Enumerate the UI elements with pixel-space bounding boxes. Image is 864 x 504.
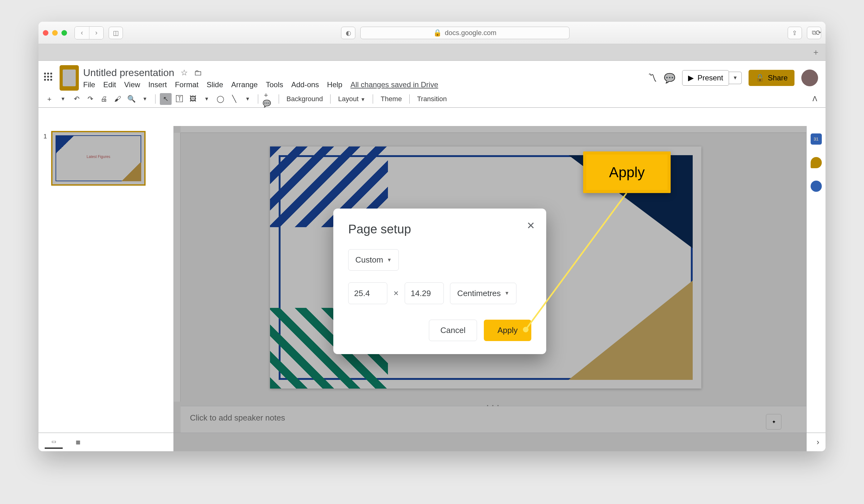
notes-resize-handle[interactable]: • • • [487, 403, 500, 408]
sidebar-toggle-icon[interactable]: ◫ [109, 27, 123, 39]
ruler-vertical [174, 133, 181, 401]
zoom-dropdown[interactable]: ▼ [139, 93, 151, 105]
undo-button[interactable]: ↶ [71, 93, 83, 105]
present-button[interactable]: ▶ Present [682, 70, 729, 86]
menu-addons[interactable]: Add-ons [291, 80, 319, 89]
google-apps-icon[interactable] [43, 71, 53, 82]
textbox-tool[interactable]: 🅃 [173, 93, 185, 105]
transition-button[interactable]: Transition [414, 95, 450, 103]
callout-highlight: Apply [583, 152, 671, 193]
app-header: Untitled presentation ☆ 🗀 File Edit View… [38, 61, 826, 91]
page-setup-dialog: Page setup ✕ Custom ▼ × Centimetres ▼ Ca… [333, 208, 546, 354]
traffic-lights [43, 30, 67, 36]
filmstrip-view-icon[interactable]: ▭ [45, 436, 63, 449]
new-tab-button[interactable]: + [811, 47, 821, 58]
background-button[interactable]: Background [283, 95, 326, 103]
print-button[interactable]: 🖨 [98, 93, 110, 105]
apply-button[interactable]: Apply [484, 320, 531, 341]
thumbnail-row: 1 Latest Figures [44, 131, 169, 185]
image-dropdown[interactable]: ▼ [201, 93, 213, 105]
menu-tools[interactable]: Tools [266, 80, 283, 89]
image-tool[interactable]: 🖼 [187, 93, 199, 105]
line-tool[interactable]: ╲ [228, 93, 240, 105]
slides-logo-icon[interactable] [60, 65, 79, 91]
drive-status[interactable]: All changes saved in Drive [350, 80, 438, 89]
menu-arrange[interactable]: Arrange [231, 80, 257, 89]
minimize-window-icon[interactable] [52, 30, 58, 36]
zoom-button[interactable]: 🔍 [125, 93, 137, 105]
back-button[interactable]: ‹ [75, 27, 89, 39]
share-page-icon[interactable]: ⇪ [788, 27, 802, 39]
present-icon: ▶ [688, 74, 694, 82]
close-icon[interactable]: ✕ [527, 220, 535, 231]
share-label: Share [768, 74, 788, 82]
menu-edit[interactable]: Edit [103, 80, 116, 89]
present-dropdown[interactable]: ▼ [729, 72, 742, 84]
speaker-notes[interactable]: • • • Click to add speaker notes [181, 406, 806, 433]
address-bar[interactable]: 🔒 docs.google.com ⟳ [360, 27, 569, 39]
dialog-actions: Cancel Apply [348, 320, 531, 341]
dimension-separator: × [394, 288, 398, 298]
redo-button[interactable]: ↷ [84, 93, 96, 105]
slide-thumbnails: 1 Latest Figures [38, 126, 174, 451]
keep-icon[interactable] [811, 157, 822, 168]
tab-strip: + [38, 44, 826, 61]
ruler-horizontal [181, 126, 806, 133]
move-folder-icon[interactable]: 🗀 [194, 68, 202, 77]
url-text: docs.google.com [445, 29, 496, 37]
forward-button[interactable]: › [89, 27, 103, 39]
close-window-icon[interactable] [43, 30, 48, 36]
nav-buttons: ‹ › [74, 26, 104, 39]
thumbnail-title: Latest Figures [56, 155, 141, 159]
document-title[interactable]: Untitled presentation [83, 67, 175, 79]
tasks-icon[interactable] [811, 181, 822, 192]
account-avatar[interactable] [801, 70, 818, 86]
line-dropdown[interactable]: ▼ [242, 93, 254, 105]
menu-bar: File Edit View Insert Format Slide Arran… [83, 80, 438, 89]
activity-icon[interactable]: 〽 [648, 73, 657, 83]
chevron-down-icon: ▼ [505, 290, 509, 296]
menu-help[interactable]: Help [327, 80, 342, 89]
toolbar: ＋ ▼ ↶ ↷ 🖨 🖌 🔍 ▼ ↖ 🅃 🖼 ▼ ◯ ╲ ▼ ＋💬 Backgr [38, 91, 826, 108]
menu-format[interactable]: Format [175, 80, 199, 89]
new-slide-button[interactable]: ＋ [44, 93, 55, 105]
star-icon[interactable]: ☆ [181, 68, 188, 77]
new-slide-dropdown[interactable]: ▼ [57, 93, 69, 105]
chevron-down-icon: ▼ [387, 257, 392, 263]
slides-app: Untitled presentation ☆ 🗀 File Edit View… [38, 61, 826, 451]
share-button[interactable]: 🔒 Share [748, 70, 794, 86]
cancel-button[interactable]: Cancel [429, 320, 477, 341]
dimensions-row: × Centimetres ▼ [348, 283, 531, 304]
select-tool[interactable]: ↖ [160, 93, 172, 105]
site-settings-icon[interactable]: ◐ [341, 27, 355, 39]
side-panel [806, 126, 826, 451]
size-mode-value: Custom [355, 255, 383, 265]
layout-button[interactable]: Layout ▼ [335, 95, 368, 103]
slide-thumbnail-1[interactable]: Latest Figures [51, 131, 146, 185]
grid-view-icon[interactable]: ▦ [69, 436, 87, 449]
width-input[interactable] [348, 283, 387, 304]
comments-icon[interactable]: 💬 [664, 73, 675, 83]
menu-file[interactable]: File [83, 80, 95, 89]
lock-icon: 🔒 [433, 29, 442, 37]
add-comment-button[interactable]: ＋💬 [263, 93, 274, 105]
next-slide-button[interactable]: › [817, 437, 819, 447]
menu-slide[interactable]: Slide [207, 80, 223, 89]
dialog-title: Page setup [348, 222, 531, 236]
collapse-toolbar-button[interactable]: ᐱ [809, 93, 820, 105]
lock-icon: 🔒 [755, 74, 765, 82]
unit-select[interactable]: Centimetres ▼ [450, 283, 516, 304]
browser-toolbar: ‹ › ◫ ◐ 🔒 docs.google.com ⟳ ⇪ ⧉ [38, 22, 826, 44]
paint-format-button[interactable]: 🖌 [112, 93, 123, 105]
menu-view[interactable]: View [124, 80, 140, 89]
reload-icon[interactable]: ⟳ [816, 29, 821, 37]
size-mode-select[interactable]: Custom ▼ [348, 249, 399, 271]
calendar-icon[interactable] [811, 133, 822, 145]
height-input[interactable] [405, 283, 444, 304]
theme-button[interactable]: Theme [377, 95, 405, 103]
fullscreen-window-icon[interactable] [61, 30, 67, 36]
explore-button[interactable]: ✦ [766, 414, 781, 430]
menu-insert[interactable]: Insert [148, 80, 167, 89]
bottom-bar: ▭ ▦ › [38, 433, 826, 451]
shape-tool[interactable]: ◯ [214, 93, 226, 105]
